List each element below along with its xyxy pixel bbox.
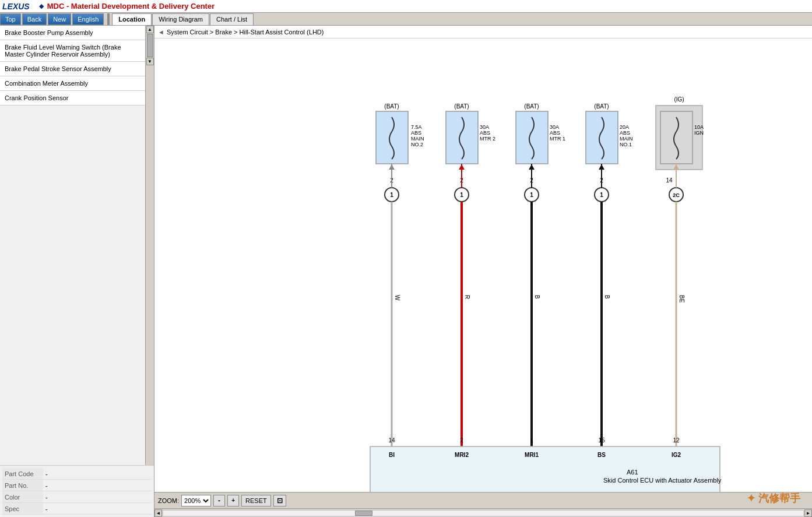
connector-label-5: 2C [673,192,680,198]
power-label-2: (BAT) [454,103,469,110]
part-no-row: Part No. - [2,480,152,491]
fuse-name-1c: NO.2 [411,142,423,147]
fuse-amps-3: 30A [550,124,559,130]
new-button[interactable]: New [48,13,71,25]
fuse-box-5 [660,111,693,164]
english-button[interactable]: English [72,13,104,25]
spec-row: Spec - [2,503,152,515]
sidebar-item-4[interactable]: Crank Position Sensor [0,91,145,105]
wiring-diagram-tab[interactable]: Wiring Diagram [152,13,209,25]
sidebar-scrollbar[interactable]: ▲ ▼ [145,26,154,465]
watermark: ✦ 汽修帮手 [747,491,800,505]
fuse-name-3a: ABS [550,130,560,136]
scroll-down-arrow[interactable]: ▼ [146,58,154,65]
ecu-name: Skid Control ECU with Actuator Assembly [603,477,722,484]
zoom-reset-button[interactable]: RESET [241,495,271,507]
properties-panel: Part Code - Part No. - Color - Spec - [0,465,154,517]
logo: LEXUS [2,2,30,11]
sidebar-inner: Brake Booster Pump Assembly Brake Fluid … [0,26,154,465]
back-button[interactable]: Back [22,13,47,25]
wire-color-label-1: W [394,295,400,301]
fuse-amps-4: 20A [620,124,629,130]
wire-color-label-3: B [534,295,540,299]
color-value: - [43,494,50,501]
ecu-terminal-bi: BI [389,452,395,458]
sidebar-item-1[interactable]: Brake Fluid Level Warning Switch (Brake … [0,40,145,62]
diagram-canvas: (BAT) (BAT) (BAT) (BAT) (IG) 7.5A ABS MA… [154,38,796,492]
ecu-terminal-bs: BS [597,452,606,458]
zoom-in-button[interactable]: + [227,495,239,507]
bottom-pin-5: 12 [673,437,680,444]
chart-list-tab[interactable]: Chart / List [210,13,254,25]
bottom-pin-2: 2 [460,437,463,444]
power-label-4: (BAT) [594,103,609,110]
bottom-pin-3: 1 [530,437,533,444]
wire-color-label-5: BE [679,295,685,303]
content-area: ◄ System Circuit > Brake > Hill-Start As… [154,26,812,517]
fuse-name-4b: MAIN [620,136,633,142]
ecu-box [370,446,720,492]
connector-label-2: 1 [460,192,463,198]
hscroll-track [163,510,804,516]
diagram-area[interactable]: (BAT) (BAT) (BAT) (BAT) (IG) 7.5A ABS MA… [154,38,812,492]
app-title: MDC - Material Development & Delivery Ce… [47,2,215,10]
fuse-name-4c: NO.1 [620,142,632,147]
connector-label-3: 1 [530,192,533,198]
zoom-fit-button[interactable]: ⊡ [273,495,286,507]
sidebar: Brake Booster Pump Assembly Brake Fluid … [0,26,154,517]
arrow-3 [529,164,535,170]
zoom-bar: ZOOM: 50%100%150%200%300% - + RESET ⊡ [154,492,812,508]
hscroll-thumb[interactable] [355,511,372,516]
spec-value: - [43,505,50,512]
zoom-label: ZOOM: [158,497,179,504]
location-tab[interactable]: Location [112,13,152,25]
spec-label: Spec [2,503,43,514]
connector-label-1: 1 [390,192,393,198]
fuse-box-2 [446,111,478,164]
fuse-name-3b: MTR 1 [550,136,565,142]
part-code-row: Part Code - [2,468,152,480]
bottom-pin-1: 14 [388,437,395,444]
fuse-box-1 [376,111,408,164]
part-no-value: - [43,482,50,489]
fuse-amps-5: 10A [694,124,704,130]
part-code-label: Part Code [2,468,43,479]
toolbar: Top Back New English Location Wiring Dia… [0,13,812,26]
fuse-name-4a: ABS [620,130,630,136]
breadcrumb-text: System Circuit > Brake > Hill-Start Assi… [167,29,324,36]
scroll-up-arrow[interactable]: ▲ [146,26,154,33]
top-button[interactable]: Top [0,13,21,25]
zoom-select[interactable]: 50%100%150%200%300% [181,495,211,507]
fuse-name-5a: IGN [694,130,704,136]
horizontal-scrollbar[interactable]: ◄ ► [154,508,812,517]
main-layout: Brake Booster Pump Assembly Brake Fluid … [0,26,812,517]
ecu-terminal-mri2: MRI2 [455,452,469,458]
fuse-box-3 [516,111,548,164]
sidebar-item-3[interactable]: Combination Meter Assembly [0,76,145,91]
sidebar-item-2[interactable]: Brake Pedal Stroke Sensor Assembly [0,62,145,76]
wire-color-label-2: R [464,295,470,299]
power-label-1: (BAT) [384,103,399,110]
breadcrumb: ◄ System Circuit > Brake > Hill-Start As… [154,26,812,38]
sidebar-item-0[interactable]: Brake Booster Pump Assembly [0,26,145,40]
ecu-id: A61 [627,469,638,476]
connector-label-4: 1 [600,192,603,198]
ecu-terminal-mri1: MRI1 [525,452,539,458]
scroll-thumb[interactable] [147,34,153,57]
fuse-name-1a: ABS [411,130,421,136]
power-label-3: (BAT) [524,103,539,110]
arrow-1 [389,164,395,170]
part-code-value: - [43,470,50,477]
wire-color-label-4: B [604,295,610,299]
arrow-2 [459,164,465,170]
bottom-pin-4: 15 [598,437,605,444]
hscroll-right-arrow[interactable]: ► [804,509,812,517]
color-label: Color [2,491,43,502]
hscroll-left-arrow[interactable]: ◄ [154,509,162,517]
fuse-name-1b: MAIN [411,136,424,142]
app-header: LEXUS ◆ MDC - Material Development & Del… [0,0,812,13]
fuse-box-4 [586,111,618,164]
sidebar-list: Brake Booster Pump Assembly Brake Fluid … [0,26,145,465]
zoom-out-button[interactable]: - [213,495,225,507]
arrow-4 [599,164,604,170]
